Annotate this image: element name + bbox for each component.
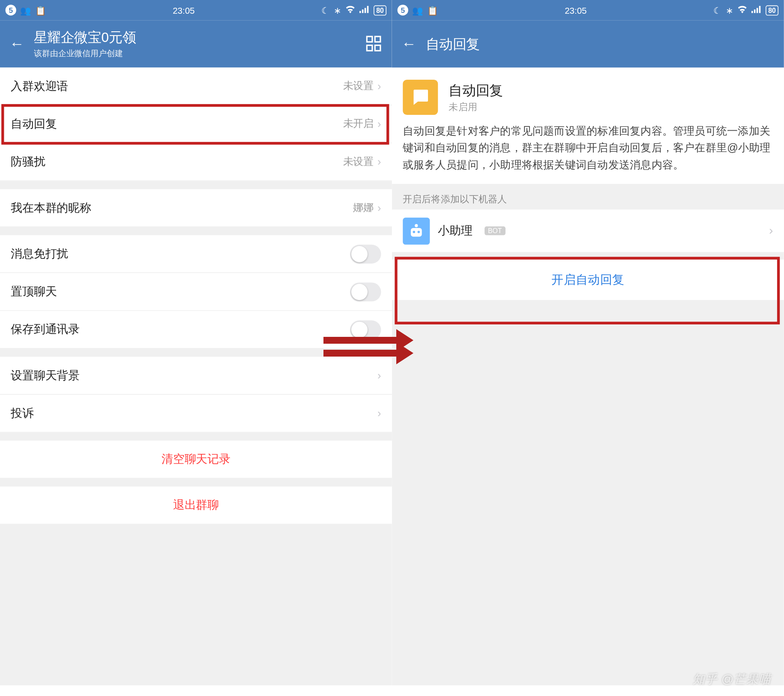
chevron-right-icon: › <box>769 224 773 238</box>
svg-point-11 <box>418 231 420 233</box>
row-label: 投诉 <box>11 405 377 421</box>
bot-tag: BOT <box>485 227 505 236</box>
battery-indicator: 80 <box>374 5 386 15</box>
nav-bar: ← 自动回复 <box>392 20 784 67</box>
status-time: 23:05 <box>173 5 195 15</box>
row-label: 入群欢迎语 <box>11 78 343 94</box>
row-leave-group[interactable]: 退出群聊 <box>0 486 392 524</box>
row-value: 娜娜 <box>353 201 373 214</box>
svg-rect-5 <box>754 9 756 12</box>
section-divider <box>0 181 392 189</box>
section-divider <box>0 479 392 487</box>
svg-rect-4 <box>751 11 753 13</box>
settings-list: 入群欢迎语 未设置 › 自动回复 未开启 › 防骚扰 未设置 › 我在本群的昵称 <box>0 68 392 525</box>
row-group-nickname[interactable]: 我在本群的昵称 娜娜 › <box>0 189 392 227</box>
bluetooth-icon: ∗ <box>334 5 341 15</box>
row-clear-history[interactable]: 清空聊天记录 <box>0 441 392 478</box>
bot-avatar-icon <box>403 218 430 245</box>
feature-title: 自动回复 <box>449 81 503 100</box>
chevron-right-icon: › <box>377 156 381 168</box>
svg-rect-0 <box>359 11 361 13</box>
row-label: 清空聊天记录 <box>162 451 230 467</box>
row-mute-notifications[interactable]: 消息免打扰 <box>0 235 392 273</box>
chevron-right-icon: › <box>377 118 381 130</box>
feature-card: 自动回复 未启用 自动回复是针对客户的常见问题而设置的标准回复内容。管理员可统一… <box>392 68 784 184</box>
row-value: 未设置 <box>343 80 374 93</box>
chevron-right-icon: › <box>377 80 381 92</box>
enable-auto-reply-button[interactable]: 开启自动回复 <box>392 260 784 300</box>
right-screenshot: 5 👥 📋 23:05 ☾ ∗ 80 ← <box>392 0 784 685</box>
row-welcome-message[interactable]: 入群欢迎语 未设置 › <box>0 68 392 105</box>
row-label: 自动回复 <box>11 116 343 132</box>
wifi-icon <box>737 5 748 15</box>
status-time: 23:05 <box>565 5 587 15</box>
row-label: 防骚扰 <box>11 154 343 170</box>
nav-title: 自动回复 <box>426 35 775 53</box>
clipboard-icon: 📋 <box>427 5 438 15</box>
row-anti-spam[interactable]: 防骚扰 未设置 › <box>0 143 392 181</box>
bluetooth-icon: ∗ <box>726 5 733 15</box>
moon-icon: ☾ <box>713 5 721 15</box>
chevron-right-icon: › <box>377 369 381 381</box>
section-header: 开启后将添加以下机器人 <box>392 184 784 210</box>
notification-count-badge: 5 <box>6 5 16 15</box>
feature-status: 未启用 <box>449 101 503 113</box>
signal-icon <box>751 5 762 15</box>
row-pin-chat[interactable]: 置顶聊天 <box>0 273 392 311</box>
toggle-switch[interactable] <box>350 320 381 339</box>
svg-rect-2 <box>365 8 366 13</box>
row-auto-reply[interactable]: 自动回复 未开启 › <box>0 105 392 143</box>
svg-rect-6 <box>757 8 758 13</box>
clipboard-icon: 📋 <box>35 5 46 15</box>
svg-rect-9 <box>411 228 422 237</box>
nav-title: 星耀企微宝0元领 <box>34 28 357 47</box>
contacts-icon: 👥 <box>20 5 31 15</box>
nav-subtitle: 该群由企业微信用户创建 <box>34 48 357 60</box>
status-bar: 5 👥 📋 23:05 ☾ ∗ 80 <box>392 0 784 20</box>
empty-area <box>392 300 784 571</box>
chevron-right-icon: › <box>377 202 381 214</box>
row-label: 置顶聊天 <box>11 284 350 299</box>
svg-rect-7 <box>759 6 760 13</box>
row-value: 未设置 <box>343 156 374 168</box>
row-label: 消息免打扰 <box>11 246 350 261</box>
nav-bar: ← 星耀企微宝0元领 该群由企业微信用户创建 <box>0 20 392 67</box>
moon-icon: ☾ <box>321 5 329 15</box>
wifi-icon <box>345 5 356 15</box>
feature-description: 自动回复是针对客户的常见问题而设置的标准回复内容。管理员可统一添加关键词和自动回… <box>403 123 773 173</box>
row-label: 设置聊天背景 <box>11 368 377 383</box>
signal-icon <box>359 5 370 15</box>
status-bar: 5 👥 📋 23:05 ☾ ∗ 80 <box>0 0 392 20</box>
back-button[interactable]: ← <box>401 35 416 53</box>
battery-indicator: 80 <box>766 5 778 15</box>
bot-row[interactable]: 小助理 BOT › <box>392 210 784 253</box>
chat-bubble-icon <box>403 80 438 115</box>
watermark: 知乎 @芒果喵 <box>693 671 771 687</box>
row-label: 退出群聊 <box>173 498 219 513</box>
back-button[interactable]: ← <box>9 35 24 53</box>
bot-name: 小助理 <box>438 223 472 239</box>
chevron-right-icon: › <box>377 407 381 419</box>
toggle-switch[interactable] <box>350 282 381 301</box>
svg-rect-3 <box>367 6 368 13</box>
row-report[interactable]: 投诉 › <box>0 395 392 432</box>
toggle-switch[interactable] <box>350 244 381 263</box>
svg-point-8 <box>415 224 418 227</box>
contacts-icon: 👥 <box>412 5 423 15</box>
enable-label: 开启自动回复 <box>551 272 624 288</box>
qr-icon[interactable] <box>366 36 383 52</box>
row-label: 保存到通讯录 <box>11 322 350 337</box>
section-divider <box>0 432 392 441</box>
svg-point-10 <box>413 231 415 233</box>
svg-rect-1 <box>362 9 364 12</box>
notification-count-badge: 5 <box>398 5 408 15</box>
row-label: 我在本群的昵称 <box>11 200 353 216</box>
row-value: 未开启 <box>343 117 374 130</box>
section-divider <box>0 227 392 235</box>
row-chat-background[interactable]: 设置聊天背景 › <box>0 357 392 395</box>
